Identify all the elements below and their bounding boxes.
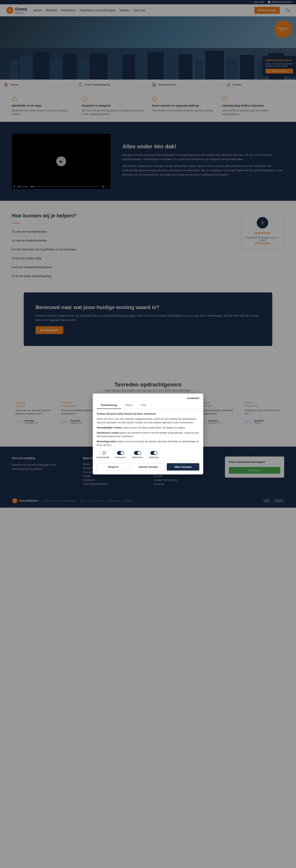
- toggle-statistieken: Statistieken: [132, 451, 143, 459]
- toggle-marketing-switch[interactable]: [151, 451, 158, 455]
- toggle-noodzakelijk: Noodzakelijk: [97, 451, 109, 459]
- toggle-statistieken-switch[interactable]: [134, 451, 141, 455]
- cookie-weigeren-button[interactable]: Weigeren: [97, 463, 130, 470]
- cookie-alles-button[interactable]: Alles toestaan: [167, 463, 199, 470]
- cookie-actions: Weigeren Selectie toestaan Alles toestaa…: [93, 461, 203, 474]
- cookie-body-marketing: Marketingcookies helpen ons om ook buite…: [97, 440, 199, 447]
- cookie-tab-over[interactable]: Over: [137, 402, 150, 409]
- cookie-body-noodzakelijk: Noodzakelijke cookies zorgen ervoor dat …: [97, 426, 199, 430]
- toggle-marketing-label: Marketing: [149, 456, 159, 459]
- cookie-body: Cookies die jouw online bezoek bij Ooms …: [93, 409, 203, 448]
- cookie-tab-details[interactable]: Details: [121, 402, 137, 409]
- page-wrapper: 📞 BEL ONS 🕐 OPENINGSTIJDEN O Ooms Makela…: [0, 0, 296, 508]
- toggle-voorkeuren: Voorkeuren: [115, 451, 126, 459]
- cookie-modal-header: Cookiebot: [93, 394, 203, 400]
- cookie-modal: Cookiebot Toestemming Details Over Cooki…: [93, 394, 203, 474]
- cookie-body-statistisch: Statistische cookies geven ons anoniem i…: [97, 431, 199, 438]
- cookie-body-p1: Ooms zet zich in voor een optimale vastg…: [97, 417, 199, 424]
- toggle-noodzakelijk-label: Noodzakelijk: [97, 456, 109, 459]
- toggle-noodzakelijk-switch[interactable]: [99, 451, 106, 455]
- cookie-selectie-button[interactable]: Selectie toestaan: [132, 463, 165, 470]
- cookie-toggles: Noodzakelijk Voorkeuren Statistieken Mar…: [93, 448, 203, 461]
- cookie-body-title: Cookies die jouw online bezoek bij Ooms …: [97, 412, 156, 415]
- cookie-tab-toestemming[interactable]: Toestemming: [97, 402, 121, 409]
- cookiebot-logo: Cookiebot: [187, 397, 199, 400]
- toggle-statistieken-label: Statistieken: [132, 456, 143, 459]
- toggle-marketing: Marketing: [149, 451, 159, 459]
- toggle-voorkeuren-switch[interactable]: [117, 451, 124, 455]
- cookie-modal-overlay: Cookiebot Toestemming Details Over Cooki…: [0, 0, 296, 508]
- cookie-tabs: Toestemming Details Over: [93, 402, 203, 409]
- toggle-voorkeuren-label: Voorkeuren: [115, 456, 126, 459]
